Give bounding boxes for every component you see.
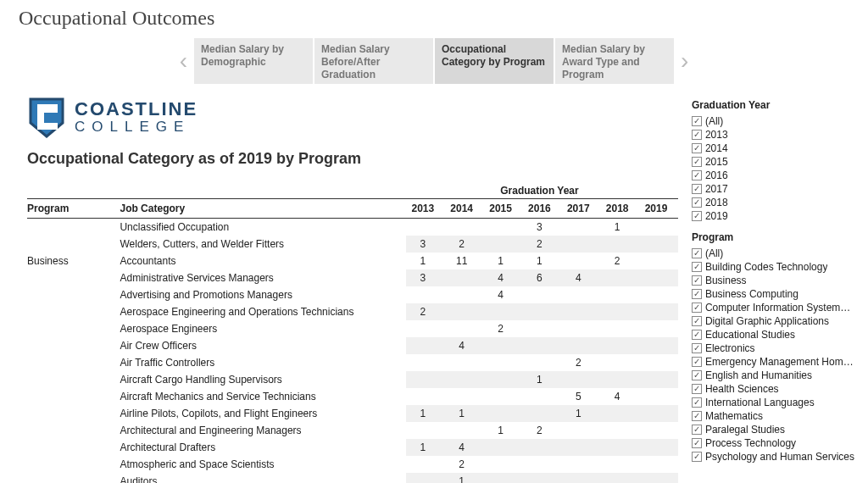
filter-program-item[interactable]: ✓Health Sciences: [692, 382, 854, 396]
filter-gradyear-item[interactable]: ✓2019: [692, 209, 854, 223]
occupational-table: Graduation Year Program Job Category 201…: [27, 181, 683, 483]
cell-value: [445, 303, 484, 320]
filter-gradyear-item[interactable]: ✓2018: [692, 196, 854, 209]
filter-program-item[interactable]: ✓Mathematics: [692, 409, 854, 423]
checkbox-icon[interactable]: ✓: [692, 275, 702, 286]
filter-program-item[interactable]: ✓Business Computing: [692, 287, 854, 301]
filter-program-item[interactable]: ✓Computer Information System…: [692, 301, 854, 314]
cell-value: [445, 422, 484, 439]
filter-program-label: Business Computing: [705, 288, 798, 300]
col-program[interactable]: Program: [27, 199, 120, 219]
cell-value: [639, 354, 678, 371]
cell-program: [27, 354, 120, 371]
cell-value: 2: [445, 456, 484, 473]
checkbox-icon[interactable]: ✓: [692, 384, 702, 394]
filter-gradyear-item[interactable]: ✓2017: [692, 182, 854, 196]
shield-icon: [27, 97, 66, 138]
checkbox-icon[interactable]: ✓: [692, 452, 702, 462]
tab-0[interactable]: Median Salary by Demographic: [194, 38, 313, 84]
cell-job: Aerospace Engineers: [120, 320, 405, 337]
col-year[interactable]: 2018: [600, 199, 639, 219]
cell-value: [639, 473, 678, 483]
chevron-right-icon[interactable]: ›: [676, 47, 693, 75]
col-year[interactable]: 2013: [406, 199, 445, 219]
filter-gradyear-item[interactable]: ✓(All): [692, 114, 854, 128]
filter-program-title: Program: [692, 231, 854, 243]
checkbox-icon[interactable]: ✓: [692, 262, 702, 272]
cell-value: [600, 354, 639, 371]
filter-program-item[interactable]: ✓Paralegal Studies: [692, 423, 854, 436]
filter-gradyear-item[interactable]: ✓2014: [692, 142, 854, 155]
checkbox-icon[interactable]: ✓: [692, 211, 702, 221]
cell-value: [522, 388, 561, 405]
checkbox-icon[interactable]: ✓: [692, 157, 702, 167]
cell-value: [600, 473, 639, 483]
cell-value: [561, 337, 600, 354]
cell-program: [27, 219, 120, 236]
cell-program: [27, 422, 120, 439]
cell-job: Airline Pilots, Copilots, and Flight Eng…: [120, 405, 405, 422]
filter-gradyear-item[interactable]: ✓2013: [692, 128, 854, 142]
table-row: BusinessAccountants111112: [27, 253, 678, 269]
checkbox-icon[interactable]: ✓: [692, 303, 702, 313]
table-row: Architectural and Engineering Managers12: [27, 422, 678, 439]
filter-program-item[interactable]: ✓Business: [692, 274, 854, 287]
checkbox-icon[interactable]: ✓: [692, 143, 702, 153]
cell-value: 4: [600, 388, 639, 405]
filter-program-item[interactable]: ✓Educational Studies: [692, 328, 854, 341]
checkbox-icon[interactable]: ✓: [692, 184, 702, 194]
cell-value: [484, 439, 523, 456]
cell-value: 1: [522, 371, 561, 388]
filter-program-item[interactable]: ✓Electronics: [692, 341, 854, 355]
cell-value: [561, 422, 600, 439]
col-year[interactable]: 2016: [522, 199, 561, 219]
tab-1[interactable]: Median Salary Before/After Graduation: [314, 38, 433, 84]
checkbox-icon[interactable]: ✓: [692, 248, 702, 258]
cell-job: Advertising and Promotions Managers: [120, 286, 405, 303]
checkbox-icon[interactable]: ✓: [692, 170, 702, 180]
filter-program-item[interactable]: ✓Psychology and Human Services: [692, 450, 854, 464]
filter-program-item[interactable]: ✓Emergency Management Hom…: [692, 355, 854, 369]
cell-value: 2: [600, 253, 639, 269]
filter-program-item[interactable]: ✓English and Humanities: [692, 369, 854, 382]
checkbox-icon[interactable]: ✓: [692, 197, 702, 208]
cell-program: Business: [27, 253, 120, 269]
filter-gradyear-title: Graduation Year: [692, 99, 854, 111]
checkbox-icon[interactable]: ✓: [692, 289, 702, 299]
tab-3[interactable]: Median Salary by Award Type and Program: [555, 38, 674, 84]
filter-program-item[interactable]: ✓(All): [692, 247, 854, 260]
cell-value: [445, 219, 484, 236]
checkbox-icon[interactable]: ✓: [692, 116, 702, 126]
cell-value: [561, 286, 600, 303]
checkbox-icon[interactable]: ✓: [692, 130, 702, 140]
checkbox-icon[interactable]: ✓: [692, 343, 702, 353]
checkbox-icon[interactable]: ✓: [692, 411, 702, 421]
filter-gradyear-item[interactable]: ✓2016: [692, 169, 854, 182]
table-row: Welders, Cutters, and Welder Fitters322: [27, 236, 678, 253]
cell-value: 1: [522, 253, 561, 269]
filter-gradyear-label: 2018: [705, 197, 728, 208]
checkbox-icon[interactable]: ✓: [692, 357, 702, 367]
checkbox-icon[interactable]: ✓: [692, 397, 702, 408]
filter-program-item[interactable]: ✓Digital Graphic Applications: [692, 314, 854, 328]
checkbox-icon[interactable]: ✓: [692, 316, 702, 326]
col-year[interactable]: 2017: [561, 199, 600, 219]
filter-program-item[interactable]: ✓International Languages: [692, 396, 854, 409]
col-year[interactable]: 2019: [639, 199, 678, 219]
checkbox-icon[interactable]: ✓: [692, 370, 702, 380]
cell-value: [639, 219, 678, 236]
col-year[interactable]: 2014: [445, 199, 484, 219]
filter-gradyear-item[interactable]: ✓2015: [692, 155, 854, 169]
cell-value: 4: [561, 269, 600, 286]
checkbox-icon[interactable]: ✓: [692, 330, 702, 340]
filter-program-item[interactable]: ✓Building Codes Technology: [692, 260, 854, 274]
filter-program-item[interactable]: ✓Process Technology: [692, 436, 854, 450]
checkbox-icon[interactable]: ✓: [692, 438, 702, 448]
cell-value: 2: [522, 236, 561, 253]
cell-value: [639, 405, 678, 422]
chevron-left-icon[interactable]: ‹: [175, 47, 192, 75]
checkbox-icon[interactable]: ✓: [692, 425, 702, 435]
tab-2[interactable]: Occupational Category by Program: [435, 38, 554, 84]
col-job[interactable]: Job Category: [120, 199, 405, 219]
col-year[interactable]: 2015: [484, 199, 523, 219]
